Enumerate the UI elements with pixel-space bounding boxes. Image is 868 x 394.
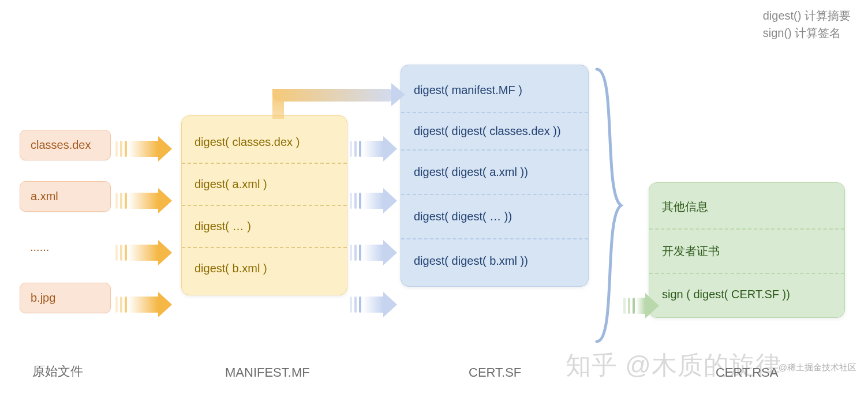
arrow-sf-to-rsa (623, 293, 659, 318)
arrow-src-to-mf-2 (115, 188, 172, 213)
label-manifest-mf: MANIFEST.MF (225, 365, 310, 380)
arrow-src-to-mf-3 (115, 240, 172, 265)
watermark-corner: @稀土掘金技术社区 (779, 362, 856, 373)
mf-row-a-xml: digest( a.xml ) (182, 164, 347, 206)
rsa-row-sign: sign ( digest( CERT.SF )) (649, 274, 844, 315)
label-source-files: 原始文件 (32, 363, 83, 380)
source-file-a-xml: a.xml (20, 181, 111, 212)
cert-sf-column: digest( manifest.MF ) digest( digest( cl… (401, 65, 589, 287)
legend-line-2: sign() 计算签名 (763, 24, 851, 42)
arrow-mf-to-sf-manifest (272, 78, 405, 119)
mf-row-b-xml: digest( b.xml ) (182, 248, 347, 289)
cert-sf-box: digest( manifest.MF ) digest( digest( cl… (401, 65, 589, 287)
sf-row-classes-dex: digest( digest( classes.dex )) (401, 113, 588, 151)
arrow-src-to-mf-1 (115, 136, 172, 162)
sf-row-a-xml: digest( digest( a.xml )) (401, 151, 588, 195)
sf-row-b-xml: digest( digest( b.xml )) (401, 239, 588, 283)
mf-row-ellipsis: digest( … ) (182, 206, 347, 248)
arrow-src-to-mf-4 (115, 292, 172, 317)
source-files-column: classes.dex a.xml ...... b.jpg (20, 130, 111, 334)
legend-line-1: digest() 计算摘要 (763, 7, 851, 24)
sf-row-manifest: digest( manifest.MF ) (401, 69, 588, 113)
source-file-b-jpg: b.jpg (20, 283, 111, 313)
label-cert-sf: CERT.SF (469, 365, 521, 380)
mf-row-classes-dex: digest( classes.dex ) (182, 122, 347, 164)
source-file-classes-dex: classes.dex (20, 130, 111, 160)
brace-sf-to-rsa (593, 67, 626, 344)
cert-rsa-column: 其他信息 开发者证书 sign ( digest( CERT.SF )) (649, 182, 845, 318)
source-file-ellipsis: ...... (20, 232, 111, 262)
cert-rsa-box: 其他信息 开发者证书 sign ( digest( CERT.SF )) (649, 182, 845, 318)
sf-row-ellipsis: digest( digest( … )) (401, 195, 588, 239)
manifest-mf-column: digest( classes.dex ) digest( a.xml ) di… (181, 115, 347, 295)
legend: digest() 计算摘要 sign() 计算签名 (763, 7, 851, 42)
rsa-row-dev-cert: 开发者证书 (649, 230, 844, 274)
arrow-mf-to-sf-3 (350, 240, 397, 265)
arrow-mf-to-sf-2 (350, 188, 397, 213)
arrow-mf-to-sf-4 (350, 292, 397, 317)
rsa-row-other-info: 其他信息 (649, 185, 844, 230)
manifest-mf-box: digest( classes.dex ) digest( a.xml ) di… (181, 115, 347, 295)
label-cert-rsa: CERT.RSA (716, 365, 778, 380)
arrow-mf-to-sf-1 (350, 136, 397, 162)
